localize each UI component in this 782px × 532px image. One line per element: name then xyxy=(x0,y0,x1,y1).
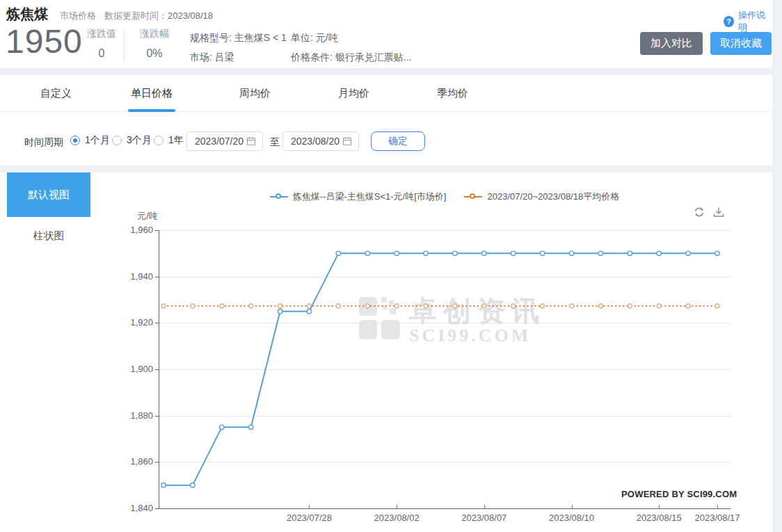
update-time-label: 数据更新时间： xyxy=(104,10,168,21)
tab-daily-price[interactable]: 单日价格 xyxy=(131,87,173,100)
legend-item-series[interactable]: 炼焦煤--吕梁-主焦煤S<1-元/吨[市场价] xyxy=(270,191,447,203)
x-axis-line xyxy=(159,508,731,509)
period-label: 时间周期 xyxy=(24,136,63,149)
page-title: 炼焦煤 xyxy=(6,5,48,24)
spec-market: 市场: 吕梁 xyxy=(190,47,287,67)
tabs-filter-card: 自定义 单日价格 周均价 月均价 季均价 时间周期 1个月 3个月 1年 202… xyxy=(0,75,772,166)
radio-1year[interactable]: 1年 xyxy=(154,134,184,147)
legend-series-label: 炼焦煤--吕梁-主焦煤S<1-元/吨[市场价] xyxy=(293,191,447,203)
help-label: 操作说明 xyxy=(738,9,772,34)
x-axis-label: 2023/07/28 xyxy=(287,513,332,523)
spec-block: 规格型号: 主焦煤S < 1 市场: 吕梁 xyxy=(190,28,287,67)
plot-area: 卓创资讯 SCI99.COM 1,9601,9401,9201,9001,880… xyxy=(159,230,731,508)
change-value-label: 涨跌值 xyxy=(79,28,124,40)
radio-dot[interactable] xyxy=(154,136,163,145)
y-axis-unit-label: 元/吨 xyxy=(137,210,158,223)
y-axis-label: 1,880 xyxy=(106,410,153,421)
y-axis-label: 1,920 xyxy=(106,317,153,328)
tab-monthly-avg[interactable]: 月均价 xyxy=(338,87,369,100)
y-axis-label: 1,960 xyxy=(106,225,153,235)
start-date-input[interactable]: 2023/07/20 xyxy=(186,131,263,151)
spec-model: 规格型号: 主焦煤S < 1 xyxy=(190,28,287,47)
change-pct-block: 涨跌幅 0% xyxy=(132,28,177,60)
chart-legend: 炼焦煤--吕梁-主焦煤S<1-元/吨[市场价] 2023/07/20~2023/… xyxy=(159,191,731,203)
question-icon[interactable]: ? xyxy=(724,16,734,27)
current-price: 1950 xyxy=(6,22,83,61)
x-axis-label: 2023/08/15 xyxy=(637,513,682,523)
start-date-value: 2023/07/20 xyxy=(195,136,244,147)
refresh-icon[interactable] xyxy=(693,206,705,218)
download-icon[interactable] xyxy=(712,206,725,218)
change-value-block: 涨跌值 0 xyxy=(79,28,124,60)
x-axis-label: 2023/08/17 xyxy=(694,513,740,523)
add-compare-button[interactable]: 加入对比 xyxy=(640,32,703,55)
y-axis-label: 1,940 xyxy=(106,271,153,282)
calendar-icon xyxy=(246,136,256,146)
change-pct: 0% xyxy=(132,47,177,60)
spec-condition: 价格条件: 银行承兑汇票贴... xyxy=(291,47,411,67)
x-axis-label: 2023/08/10 xyxy=(549,513,594,523)
sidebar-item-default-view[interactable]: 默认视图 xyxy=(7,172,90,217)
help-link[interactable]: ? 操作说明 xyxy=(724,9,772,34)
update-time: 数据更新时间：2023/08/18 xyxy=(104,10,213,22)
to-label: 至 xyxy=(270,136,280,149)
end-date-input[interactable]: 2023/08/20 xyxy=(282,131,359,151)
average-legend-marker xyxy=(464,193,482,200)
confirm-button[interactable]: 确定 xyxy=(371,131,425,151)
header-card: 炼焦煤 市场价格 数据更新时间：2023/08/18 1950 涨跌值 0 涨跌… xyxy=(0,0,772,68)
tab-weekly-avg[interactable]: 周均价 xyxy=(239,87,271,100)
y-axis-label: 1,900 xyxy=(106,364,153,374)
radio-3month[interactable]: 3个月 xyxy=(112,134,152,147)
change-value: 0 xyxy=(79,47,124,60)
active-tab-underline xyxy=(128,109,175,112)
end-date-value: 2023/08/20 xyxy=(291,136,340,147)
divider xyxy=(124,29,125,63)
x-axis-label: 2023/08/02 xyxy=(374,513,420,523)
change-pct-label: 涨跌幅 xyxy=(132,28,177,40)
sidebar-item-bar-chart[interactable]: 柱状图 xyxy=(7,229,90,243)
chart-card: 默认视图 柱状图 炼焦煤--吕梁-主焦煤S<1-元/吨[市场价] 2023/07… xyxy=(0,172,772,532)
update-time-value: 2023/08/18 xyxy=(168,10,213,21)
legend-item-average[interactable]: 2023/07/20~2023/08/18平均价格 xyxy=(464,191,619,203)
y-axis-label: 1,860 xyxy=(106,456,153,467)
y-axis-label: 1,840 xyxy=(106,503,153,513)
radio-dot[interactable] xyxy=(112,136,122,145)
unfavorite-button[interactable]: 取消收藏 xyxy=(710,32,772,55)
calendar-icon xyxy=(342,136,352,146)
tab-custom[interactable]: 自定义 xyxy=(40,87,72,100)
radio-1year-label: 1年 xyxy=(168,134,184,147)
y-axis-line xyxy=(159,230,159,508)
price-type-label: 市场价格 xyxy=(60,10,96,22)
radio-1month-label: 1个月 xyxy=(85,134,110,147)
tab-bar: 自定义 单日价格 周均价 月均价 季均价 xyxy=(0,75,772,112)
unit-block: 单位: 元/吨 价格条件: 银行承兑汇票贴... xyxy=(291,28,411,67)
series-legend-marker xyxy=(270,193,288,200)
tab-quarterly-avg[interactable]: 季均价 xyxy=(437,87,468,100)
spec-unit: 单位: 元/吨 xyxy=(291,28,411,47)
price-line-chart xyxy=(159,230,731,508)
radio-dot[interactable] xyxy=(70,136,80,145)
legend-average-label: 2023/07/20~2023/08/18平均价格 xyxy=(487,191,619,203)
radio-1month[interactable]: 1个月 xyxy=(70,134,110,147)
radio-3month-label: 3个月 xyxy=(127,134,152,147)
x-axis-label: 2023/08/07 xyxy=(461,513,506,523)
